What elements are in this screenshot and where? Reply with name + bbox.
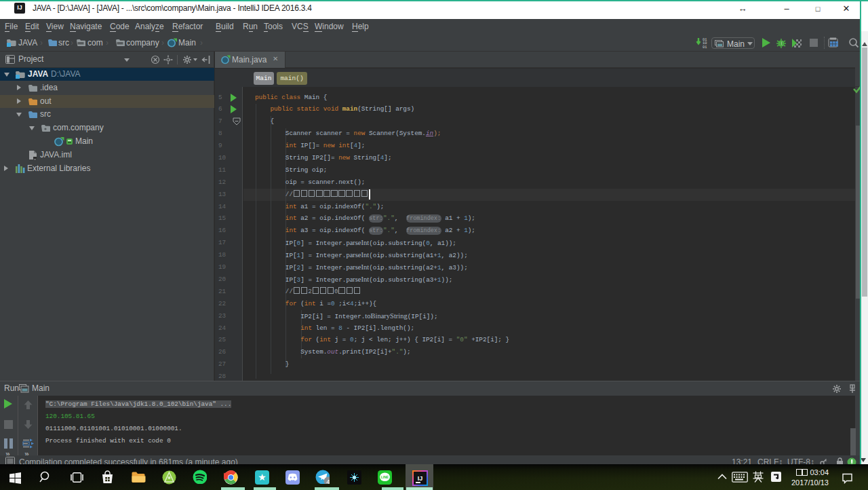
svg-text:LINE: LINE <box>381 475 389 479</box>
svg-text:01: 01 <box>703 45 707 50</box>
svg-text:4: 4 <box>326 478 330 485</box>
